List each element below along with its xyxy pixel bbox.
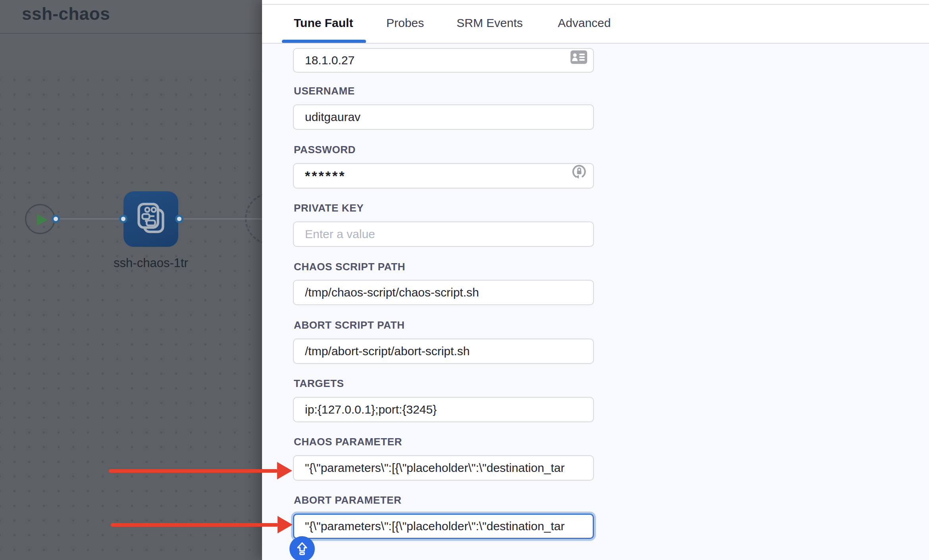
host-value: 18.1.0.27 — [305, 54, 355, 67]
chaos-studio-page: ssh-chaos Overview — [0, 0, 929, 560]
chaos-parameter-input[interactable]: "{\"parameters\":[{\"placeholder\":\"des… — [293, 455, 594, 481]
chaos-script-path-value: /tmp/chaos-script/chaos-script.sh — [305, 286, 479, 299]
targets-input[interactable]: ip:{127.0.0.1};port:{3245} — [293, 397, 594, 422]
chaos-script-path-label: CHAOS SCRIPT PATH — [294, 261, 405, 273]
start-node[interactable] — [25, 204, 55, 234]
username-label: USERNAME — [294, 85, 355, 97]
node-label: ssh-chaos-1tr — [101, 256, 200, 270]
studio-header: ssh-chaos — [0, 0, 262, 33]
tune-fault-drawer: Tune Fault Probes SRM Events Advanced 18… — [262, 0, 929, 560]
private-key-label: PRIVATE KEY — [294, 202, 364, 214]
password-value: ****** — [305, 168, 346, 183]
tab-tune-fault[interactable]: Tune Fault — [294, 16, 353, 30]
experiment-node-icon — [135, 201, 167, 237]
pipeline-studio-backdrop: ssh-chaos Overview — [0, 0, 262, 560]
abort-script-path-input[interactable]: /tmp/abort-script/abort-script.sh — [293, 339, 594, 364]
play-icon — [37, 214, 48, 226]
tab-probes[interactable]: Probes — [386, 16, 424, 30]
tab-srm-events[interactable]: SRM Events — [457, 16, 523, 30]
connector-ring[interactable] — [175, 215, 183, 223]
edge-line — [60, 218, 123, 219]
apply-changes-button[interactable] — [289, 536, 315, 560]
contact-card-icon[interactable] — [570, 49, 588, 72]
fault-node-ssh-chaos[interactable] — [123, 191, 178, 247]
secret-rotate-icon[interactable] — [571, 164, 588, 188]
tab-advanced[interactable]: Advanced — [558, 16, 611, 30]
private-key-input[interactable]: Enter a value — [293, 221, 594, 247]
connector-ring[interactable] — [52, 215, 60, 223]
abort-script-path-value: /tmp/abort-script/abort-script.sh — [305, 344, 470, 358]
chaos-script-path-input[interactable]: /tmp/chaos-script/chaos-script.sh — [293, 280, 594, 305]
username-value: uditgaurav — [305, 110, 360, 123]
breadcrumb: Overview Experiment — [0, 34, 262, 70]
abort-parameter-value: "{\"parameters\":[{\"placeholder\":\"des… — [305, 520, 565, 533]
page-title: ssh-chaos — [22, 4, 110, 24]
chaos-parameter-label: CHAOS PARAMETER — [294, 436, 402, 448]
drawer-top-divider — [262, 4, 929, 5]
targets-value: ip:{127.0.0.1};port:{3245} — [305, 403, 437, 416]
abort-parameter-label: ABORT PARAMETER — [294, 494, 401, 506]
password-label: PASSWORD — [294, 144, 356, 156]
host-input[interactable]: 18.1.0.27 — [293, 48, 594, 73]
apply-changes-icon — [294, 540, 310, 558]
chaos-parameter-value: "{\"parameters\":[{\"placeholder\":\"des… — [305, 461, 565, 474]
pipeline-canvas[interactable]: ssh-chaos-1tr — [0, 70, 262, 560]
username-input[interactable]: uditgaurav — [293, 104, 594, 130]
abort-parameter-input[interactable]: "{\"parameters\":[{\"placeholder\":\"des… — [293, 514, 594, 539]
abort-script-path-label: ABORT SCRIPT PATH — [294, 319, 405, 331]
password-input[interactable]: ****** — [293, 163, 594, 189]
connector-ring[interactable] — [119, 215, 127, 223]
private-key-placeholder: Enter a value — [305, 227, 375, 241]
targets-label: TARGETS — [294, 377, 344, 390]
